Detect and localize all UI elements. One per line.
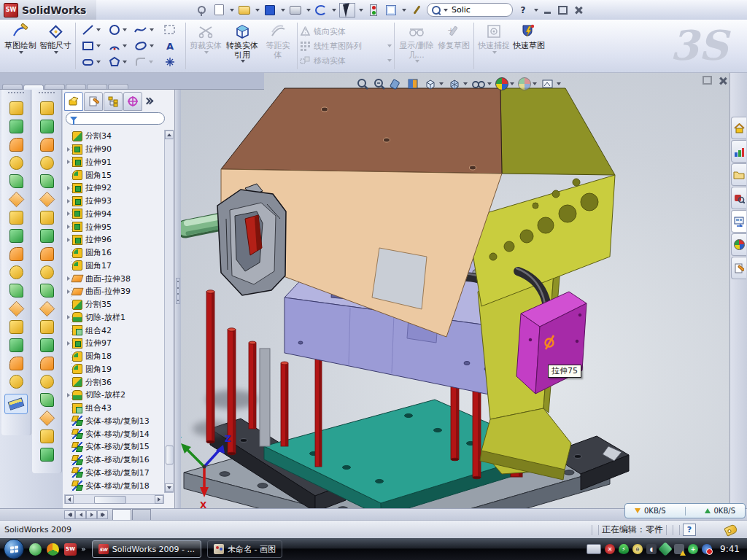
security-tray-icon[interactable]: ⚡	[619, 544, 629, 554]
ink-markup-button[interactable]	[409, 4, 424, 17]
tool-icon[interactable]	[7, 99, 26, 117]
tool-icon[interactable]	[38, 154, 56, 172]
tree-item[interactable]: 实体-移动/复制13	[65, 415, 164, 428]
options-button[interactable]	[384, 4, 398, 17]
display-delete-relations-button[interactable]: 显示/删除几...	[397, 20, 436, 72]
first-tab-button[interactable]	[64, 510, 75, 519]
tool-icon[interactable]	[38, 391, 56, 409]
section-view-icon[interactable]	[390, 77, 403, 90]
command-tab[interactable]	[23, 85, 44, 90]
scroll-up-button[interactable]	[165, 131, 174, 139]
tool-icon[interactable]	[38, 336, 56, 354]
configuration-manager-tab[interactable]	[104, 92, 123, 111]
tree-item[interactable]: 实体-移动/复制17	[65, 467, 164, 480]
quick-launch-overflow[interactable]: »	[81, 545, 86, 553]
tool-icon[interactable]	[7, 245, 26, 263]
custom-properties-icon[interactable]	[731, 257, 746, 279]
search-input[interactable]	[450, 4, 497, 15]
sketch-button[interactable]: 草图绘制	[3, 20, 38, 72]
quick-snaps-button[interactable]: 快速捕捉	[476, 20, 511, 72]
keyboard-indicator-icon[interactable]	[587, 544, 601, 554]
taskbar-window-button[interactable]: SW SolidWorks 2009 - ...	[92, 540, 201, 558]
expander-icon[interactable]	[67, 238, 70, 242]
tool-icon[interactable]	[38, 172, 56, 190]
tree-item[interactable]: 实体-移动/复制14	[65, 427, 164, 440]
tree-item[interactable]: 分割35	[65, 298, 164, 311]
tree-item[interactable]: 拉伸93	[65, 195, 164, 208]
expander-icon[interactable]	[67, 147, 70, 152]
tool-icon[interactable]	[38, 427, 56, 446]
scroll-right-button[interactable]	[155, 495, 163, 504]
tree-item[interactable]: 圆角18	[65, 350, 164, 363]
select-tool-button[interactable]	[339, 3, 355, 18]
polygon-tool[interactable]	[104, 54, 131, 70]
trim-entities-button[interactable]: 剪裁实体	[188, 20, 223, 72]
convert-entities-button[interactable]: 转换实体引用	[223, 20, 261, 72]
volume-tray-icon[interactable]: ◖	[646, 544, 657, 554]
spline-tool[interactable]	[131, 22, 157, 38]
tool-icon[interactable]	[7, 263, 26, 281]
print-button[interactable]	[288, 4, 303, 17]
mirror-entities-button[interactable]: 镜向实体	[300, 24, 392, 39]
file-explorer-icon[interactable]	[731, 163, 746, 186]
command-tab[interactable]	[2, 84, 23, 89]
expander-icon[interactable]	[67, 199, 70, 203]
tool-icon[interactable]	[38, 190, 56, 209]
tree-item[interactable]: 分割34	[65, 130, 164, 143]
tree-item[interactable]: 拉伸92	[65, 182, 164, 195]
expander-icon[interactable]	[67, 289, 70, 294]
tool-icon[interactable]	[7, 336, 26, 354]
tool-icon[interactable]	[38, 209, 56, 227]
prev-tab-button[interactable]	[75, 510, 86, 519]
menu-item[interactable]	[162, 7, 175, 13]
tree-item[interactable]: 圆角17	[65, 260, 164, 273]
panel-splitter[interactable]	[175, 90, 181, 508]
edit-appearance-icon[interactable]	[495, 77, 514, 90]
display-style-icon[interactable]	[447, 77, 468, 90]
tree-item[interactable]: 拉伸90	[65, 143, 164, 156]
menu-item[interactable]	[136, 7, 149, 13]
command-tab[interactable]	[44, 84, 65, 89]
menu-item[interactable]	[149, 7, 162, 13]
tool-icon[interactable]	[38, 354, 56, 373]
tool-icon[interactable]	[38, 446, 56, 464]
annotation-views-icon[interactable]	[541, 77, 561, 90]
tool-icon[interactable]	[38, 245, 56, 263]
tree-item[interactable]: 曲面-拉伸38	[65, 272, 164, 285]
quick-launch-app-icon[interactable]	[47, 543, 59, 556]
tree-item[interactable]: 圆角15	[65, 168, 164, 182]
menu-item[interactable]	[109, 7, 123, 13]
tool-icon[interactable]	[38, 99, 56, 117]
sketch-fillet-tool[interactable]	[131, 54, 157, 70]
circle-tool[interactable]	[104, 22, 131, 38]
menu-item[interactable]	[123, 7, 136, 13]
tree-item[interactable]: 拉伸91	[65, 156, 164, 169]
scroll-thumb[interactable]	[94, 496, 126, 504]
tree-item[interactable]: 拉伸94	[65, 208, 164, 221]
document-tab[interactable]	[132, 509, 151, 521]
rectangle-tool[interactable]	[78, 38, 104, 54]
command-tab[interactable]	[87, 84, 107, 89]
tree-item[interactable]: 组合42	[65, 324, 164, 337]
scroll-down-button[interactable]	[165, 483, 174, 492]
tree-filter[interactable]	[66, 112, 165, 125]
messenger-tray-icon[interactable]	[702, 544, 712, 554]
restore-button[interactable]	[557, 4, 569, 15]
smart-dimension-button[interactable]: 智能尺寸	[38, 20, 73, 72]
tree-item[interactable]: 切除-放样2	[65, 389, 164, 402]
next-tab-button[interactable]	[86, 510, 97, 519]
dimxpert-manager-tab[interactable]	[123, 92, 142, 111]
tool-icon[interactable]	[38, 300, 56, 318]
splitter-grip[interactable]	[176, 278, 180, 304]
tool-icon[interactable]	[38, 373, 56, 391]
command-tab[interactable]	[108, 84, 128, 89]
ellipse-tool[interactable]	[131, 38, 157, 54]
tree-item[interactable]: 实体-移动/复制16	[65, 454, 164, 467]
slot-tool[interactable]	[78, 54, 104, 70]
tool-icon[interactable]	[38, 318, 56, 336]
tool-icon[interactable]	[38, 409, 56, 427]
tree-item[interactable]: 圆角19	[65, 363, 164, 376]
tool-icon[interactable]	[7, 281, 26, 300]
tool-icon[interactable]	[7, 209, 26, 227]
last-tab-button[interactable]	[97, 510, 108, 519]
